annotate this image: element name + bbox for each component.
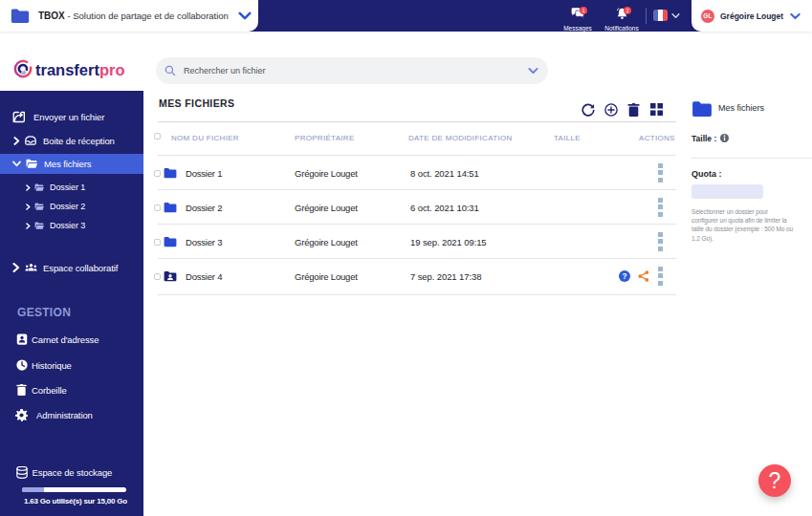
svg-text:?: ? bbox=[622, 272, 626, 281]
